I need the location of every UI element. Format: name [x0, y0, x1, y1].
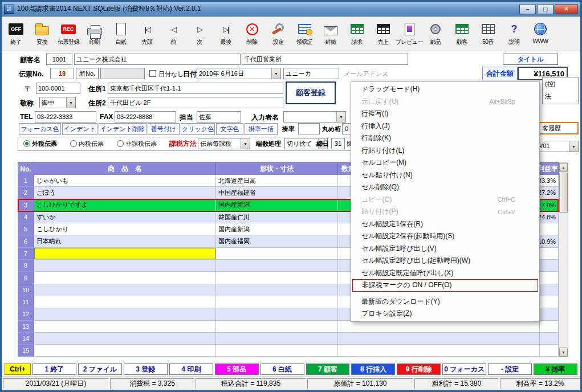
row-number-cell[interactable]: 1 [18, 175, 34, 187]
format-bar-button[interactable]: 文字色 [216, 123, 243, 135]
grid-vertical-scrollbar[interactable]: ▲ ▼ [559, 162, 568, 357]
shape-cell[interactable] [216, 248, 338, 260]
person-input[interactable] [197, 111, 241, 122]
toolbar-convert-button[interactable]: 変換 [29, 18, 55, 51]
row-number-cell[interactable]: 10 [18, 284, 34, 296]
scroll-up-icon[interactable]: ▲ [559, 163, 568, 172]
shape-cell[interactable]: 韓国産仁川 [216, 211, 338, 223]
fkey-button[interactable]: 1 終了 [32, 364, 76, 375]
marume-input[interactable] [342, 123, 351, 134]
row-number-cell[interactable]: 15 [18, 345, 34, 357]
fkey-button[interactable]: 5 部品 [215, 364, 259, 375]
format-bar-button[interactable]: クリック色 [181, 123, 215, 135]
closing-date-select[interactable]: 4/01 [535, 141, 579, 152]
title-button[interactable]: タイトル [503, 54, 558, 65]
row-number-cell[interactable]: 3 [18, 199, 34, 211]
qty-cell[interactable] [338, 345, 540, 357]
tax-method-select[interactable]: 伝票毎課税 [198, 138, 250, 149]
toolbar-parts-button[interactable]: 部品 [422, 18, 449, 51]
customer-name-input[interactable] [74, 54, 241, 65]
product-cell[interactable] [34, 296, 216, 308]
fkey-button[interactable]: 8 行挿入 [351, 364, 395, 375]
product-cell[interactable]: すいか [34, 211, 216, 223]
toolbar-help-button[interactable]: ? 説明 [501, 18, 527, 51]
shape-cell[interactable] [216, 260, 338, 272]
customer-code-input[interactable] [46, 54, 72, 65]
fkey-button[interactable]: 9 行削除 [397, 364, 441, 375]
operator-select[interactable] [283, 111, 346, 122]
qty-cell[interactable] [338, 321, 540, 333]
fkey-button[interactable]: 7 顧客 [306, 364, 350, 375]
toolbar-next-button[interactable]: ▷ 次 [186, 18, 213, 51]
row-number-cell[interactable]: 14 [18, 333, 34, 345]
hikazei-radio[interactable] [117, 140, 124, 147]
sotozei-radio[interactable] [23, 140, 30, 147]
context-menu-item[interactable]: セル幅設定1呼び出し(V) [352, 243, 538, 255]
shape-cell[interactable] [216, 308, 338, 320]
context-menu-item[interactable]: セル幅設定2呼び出し(起動時用)(W) [352, 255, 538, 267]
fkey-button[interactable]: 2 ファイル [78, 364, 122, 375]
shape-cell[interactable]: 国内産新潟 [216, 223, 338, 235]
product-cell[interactable] [34, 345, 216, 357]
qty-cell[interactable] [338, 333, 540, 345]
format-bar-button[interactable]: 掛率一括 [245, 123, 278, 135]
toolbar-delete-button[interactable]: ✕ 削除 [239, 18, 265, 51]
customer-register-button[interactable]: 顧客登録 [286, 81, 336, 104]
toolbar-invoice-button[interactable]: 請求 [344, 18, 370, 51]
slip-sub-input[interactable] [100, 68, 145, 79]
fkey-button[interactable]: - 設定 [488, 364, 532, 375]
format-bar-button[interactable]: インデント [62, 123, 97, 135]
minimize-button[interactable]: – [519, 4, 536, 14]
context-menu-item[interactable]: 行挿入(J) [352, 120, 538, 133]
context-menu-item[interactable]: 行貼り付け(L) [352, 145, 538, 157]
context-menu-item[interactable]: セル幅設定既定値呼び出し(X) [352, 267, 538, 280]
format-bar-button[interactable]: フォーカス色 [19, 123, 61, 135]
honorific-select[interactable]: 御中 [39, 97, 76, 108]
toolbar-www-button[interactable]: WWW [527, 18, 553, 51]
context-menu-item[interactable]: セル貼り付け(N) [352, 169, 538, 182]
chevron-down-icon[interactable] [336, 112, 345, 122]
product-cell[interactable] [34, 308, 216, 320]
chevron-down-icon[interactable] [66, 97, 75, 108]
context-menu-item[interactable]: 最新版のダウンロード(Y) [352, 296, 538, 308]
row-number-cell[interactable]: 6 [18, 235, 34, 247]
fkey-button[interactable]: 0 フォーカス [442, 364, 486, 375]
date-select[interactable]: 2010年 6月16日 [197, 68, 281, 79]
col-header-shape[interactable]: 形状・寸法 [216, 162, 338, 175]
row-number-cell[interactable]: 5 [18, 223, 34, 235]
product-cell[interactable] [34, 321, 216, 333]
chevron-down-icon[interactable] [271, 68, 280, 79]
chevron-down-icon[interactable] [569, 141, 578, 152]
row-number-cell[interactable]: 13 [18, 321, 34, 333]
row-number-cell[interactable]: 4 [18, 211, 34, 223]
context-menu-item[interactable]: セルコピー(M) [352, 157, 538, 169]
new-no-button[interactable]: 新No. [76, 68, 99, 79]
toolbar-last-button[interactable]: ▷| 最後 [213, 18, 239, 51]
close-button[interactable]: ✕ [555, 4, 578, 14]
toolbar-slip-register-button[interactable]: REC 伝票登録 [55, 18, 82, 51]
shape-cell[interactable]: 北海道産日高 [216, 175, 338, 187]
toolbar-first-button[interactable]: |◁ 先頭 [134, 18, 160, 51]
shape-cell[interactable] [216, 345, 338, 357]
maximize-button[interactable]: ▢ [537, 4, 553, 14]
toolbar-receipt-button[interactable]: 領収証 [291, 18, 318, 51]
product-cell[interactable] [34, 333, 216, 345]
row-number-cell[interactable]: 12 [18, 308, 34, 320]
zip-input[interactable] [36, 83, 80, 94]
scrollbar-thumb[interactable] [559, 173, 568, 213]
fkey-button[interactable]: Ctrl+ [5, 364, 31, 375]
shape-cell[interactable] [216, 321, 338, 333]
fkey-button[interactable]: 6 白紙 [261, 364, 304, 375]
col-header-product[interactable]: 商 品 名 [34, 162, 216, 175]
kake-input[interactable] [298, 123, 320, 134]
toolbar-kana-button[interactable]: 50音 [475, 18, 501, 51]
format-bar-button[interactable]: 番号付け [148, 123, 180, 135]
addr1-input[interactable] [108, 83, 283, 94]
context-menu-item[interactable]: セル幅設定2保存(起動時用)(S) [352, 230, 538, 243]
product-cell[interactable] [34, 284, 216, 296]
context-menu-item[interactable]: ドラッグモード(H) [352, 83, 538, 96]
fax-input[interactable] [115, 111, 176, 122]
toolbar-blank-button[interactable]: 白紙 [108, 18, 134, 51]
col-header-rate[interactable]: 利益率 [540, 162, 559, 175]
col-header-no[interactable]: No. [18, 162, 34, 175]
